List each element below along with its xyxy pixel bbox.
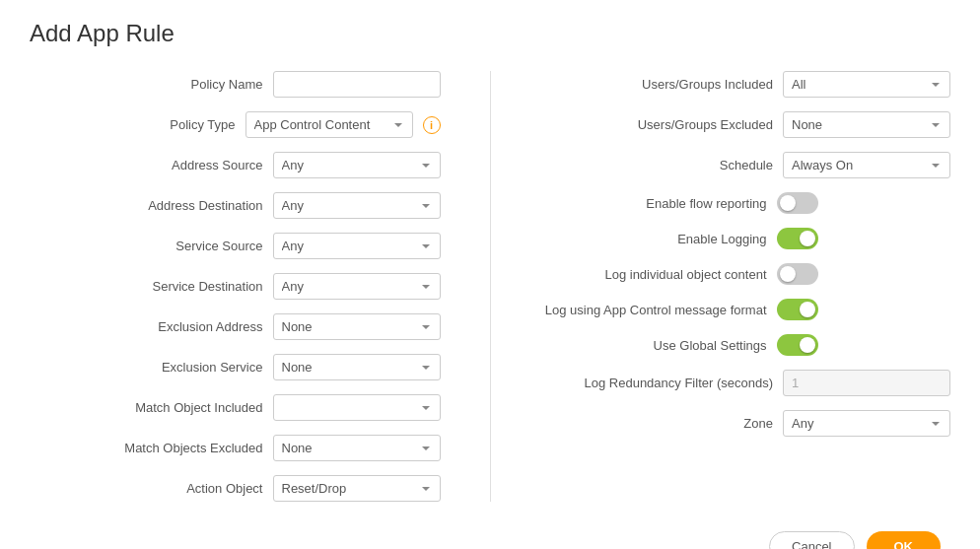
zone-row: Zone Any — [540, 410, 951, 437]
match-objects-excluded-row: Match Objects Excluded None — [30, 435, 441, 461]
enable-logging-label: Enable Logging — [540, 232, 767, 246]
exclusion-service-row: Exclusion Service None — [30, 354, 441, 380]
service-destination-select[interactable]: Any — [273, 273, 441, 300]
users-groups-excluded-select[interactable]: None — [783, 111, 950, 138]
schedule-row: Schedule Always On — [540, 152, 951, 178]
column-divider — [490, 71, 491, 502]
exclusion-address-label: Exclusion Address — [105, 319, 263, 334]
users-groups-included-row: Users/Groups Included All — [540, 71, 951, 98]
service-destination-row: Service Destination Any — [30, 273, 441, 300]
log-individual-object-toggle[interactable] — [777, 263, 818, 285]
users-groups-included-select[interactable]: All — [783, 71, 950, 98]
schedule-label: Schedule — [615, 158, 773, 172]
action-object-select[interactable]: Reset/Drop — [273, 475, 441, 502]
users-groups-excluded-row: Users/Groups Excluded None — [540, 111, 951, 138]
users-groups-excluded-label: Users/Groups Excluded — [615, 117, 773, 132]
log-redundancy-filter-row: Log Redundancy Filter (seconds) — [540, 370, 951, 396]
policy-type-row: Policy Type App Control Content i — [30, 111, 441, 138]
exclusion-address-select[interactable]: None — [273, 313, 441, 340]
users-groups-included-label: Users/Groups Included — [615, 77, 773, 92]
match-object-included-row: Match Object Included — [30, 394, 441, 421]
use-global-settings-row: Use Global Settings — [540, 334, 951, 356]
use-global-settings-toggle[interactable] — [777, 334, 818, 356]
exclusion-address-row: Exclusion Address None — [30, 313, 441, 340]
enable-flow-reporting-label: Enable flow reporting — [540, 196, 767, 211]
zone-select[interactable]: Any — [783, 410, 950, 437]
address-destination-row: Address Destination Any — [30, 192, 441, 219]
match-object-included-label: Match Object Included — [105, 400, 263, 415]
address-source-label: Address Source — [105, 158, 263, 172]
action-object-label: Action Object — [105, 481, 263, 496]
address-source-row: Address Source Any — [30, 152, 441, 178]
service-source-label: Service Source — [105, 239, 263, 253]
address-destination-select[interactable]: Any — [273, 192, 441, 219]
enable-logging-toggle[interactable] — [777, 228, 818, 249]
enable-flow-reporting-toggle[interactable] — [777, 192, 818, 214]
left-form-column: Policy Name Policy Type App Control Cont… — [30, 71, 441, 502]
exclusion-service-label: Exclusion Service — [105, 360, 263, 375]
log-individual-object-label: Log individual object content — [540, 267, 767, 282]
policy-type-info-icon[interactable]: i — [423, 116, 441, 134]
address-source-select[interactable]: Any — [273, 152, 441, 178]
log-using-app-control-label: Log using App Control message format — [540, 303, 767, 317]
policy-type-label: Policy Type — [78, 117, 236, 132]
zone-label: Zone — [615, 416, 773, 431]
policy-name-label: Policy Name — [105, 77, 263, 92]
right-form-column: Users/Groups Included All Users/Groups E… — [540, 71, 951, 502]
service-source-row: Service Source Any — [30, 233, 441, 259]
footer-buttons: Cancel OK — [30, 531, 950, 549]
match-objects-excluded-label: Match Objects Excluded — [105, 441, 263, 455]
match-object-included-select[interactable] — [273, 394, 441, 421]
service-destination-label: Service Destination — [105, 279, 263, 294]
cancel-button[interactable]: Cancel — [769, 531, 854, 549]
policy-name-input[interactable] — [273, 71, 441, 98]
enable-flow-reporting-row: Enable flow reporting — [540, 192, 951, 214]
service-source-select[interactable]: Any — [273, 233, 441, 259]
ok-button[interactable]: OK — [867, 531, 942, 549]
log-redundancy-filter-label: Log Redundancy Filter (seconds) — [585, 376, 774, 390]
log-using-app-control-row: Log using App Control message format — [540, 299, 951, 320]
exclusion-service-select[interactable]: None — [273, 354, 441, 380]
policy-name-row: Policy Name — [30, 71, 441, 98]
enable-logging-row: Enable Logging — [540, 228, 951, 249]
address-destination-label: Address Destination — [105, 198, 263, 213]
match-objects-excluded-select[interactable]: None — [273, 435, 441, 461]
schedule-select[interactable]: Always On — [783, 152, 950, 178]
log-individual-object-row: Log individual object content — [540, 263, 951, 285]
log-redundancy-filter-input[interactable] — [783, 370, 950, 396]
page-title: Add App Rule — [30, 20, 950, 47]
action-object-row: Action Object Reset/Drop — [30, 475, 441, 502]
log-using-app-control-toggle[interactable] — [777, 299, 818, 320]
use-global-settings-label: Use Global Settings — [540, 338, 767, 353]
policy-type-select[interactable]: App Control Content — [245, 111, 413, 138]
